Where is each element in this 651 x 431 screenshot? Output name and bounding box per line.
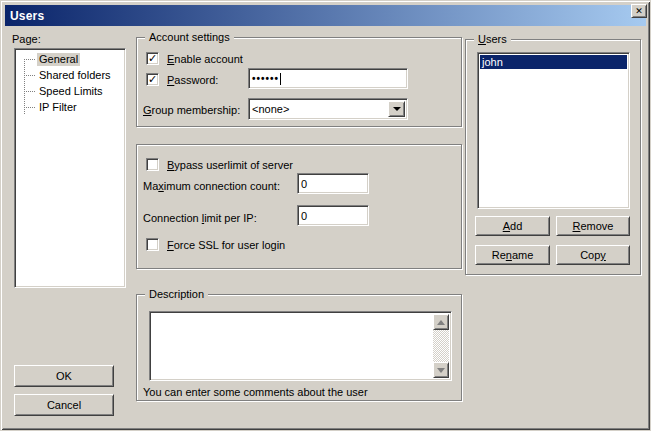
bypass-userlimit-label: Bypass userlimit of server [167, 159, 293, 171]
dropdown-button[interactable] [388, 101, 405, 117]
cancel-button-label: Cancel [47, 399, 81, 411]
chevron-down-icon [393, 107, 401, 111]
tree-item-label: General [37, 53, 80, 66]
description-group: Description You can enter some comments … [136, 294, 462, 401]
rename-button-label: Rename [492, 249, 534, 261]
max-connection-count-input[interactable]: 0 [297, 173, 369, 194]
copy-user-button[interactable]: Copy [556, 245, 630, 265]
ok-button-label: OK [56, 370, 72, 382]
password-input[interactable]: •••••• [248, 68, 408, 89]
max-connection-count-value: 0 [301, 178, 307, 190]
description-title: Description [145, 288, 208, 301]
page-tree: General Shared folders Speed Limits IP F… [14, 48, 126, 288]
close-icon: ✕ [635, 7, 643, 16]
force-ssl-checkbox[interactable] [146, 238, 159, 251]
add-button-label: Add [503, 220, 523, 232]
tree-item-ip-filter[interactable]: IP Filter [17, 99, 123, 115]
users-list: john [477, 52, 630, 209]
account-settings-title: Account settings [145, 31, 234, 44]
users-group: Users john Add Remove Rename Copy [465, 39, 641, 275]
max-connection-count-label: Maximum connection count: [143, 180, 280, 192]
password-checkbox[interactable]: ✓ [146, 73, 159, 86]
text-caret [280, 73, 281, 85]
tree-item-label: Shared folders [37, 69, 113, 82]
password-label: Password: [167, 74, 218, 86]
tree-item-shared-folders[interactable]: Shared folders [17, 67, 123, 83]
close-button[interactable]: ✕ [631, 4, 647, 18]
scroll-up-button[interactable] [433, 314, 449, 330]
account-settings-group: Account settings ✓ Enable account ✓ Pass… [136, 37, 462, 127]
group-membership-label: Group membership: [143, 104, 240, 116]
description-textarea[interactable] [149, 311, 452, 381]
tree-branch-icon [24, 59, 35, 60]
remove-button-label: Remove [573, 220, 614, 232]
arrow-down-icon [437, 368, 445, 373]
tree-item-label: IP Filter [37, 101, 79, 114]
user-name: john [482, 56, 503, 68]
password-value: •••••• [252, 73, 279, 84]
connection-settings-group: Bypass userlimit of server Maximum conne… [136, 144, 462, 269]
description-scrollbar[interactable] [433, 314, 449, 378]
bypass-userlimit-checkbox[interactable] [146, 158, 159, 171]
copy-button-label: Copy [580, 249, 606, 261]
window-title: Users [10, 9, 44, 23]
tree-branch-icon [24, 107, 35, 108]
checkmark-icon: ✓ [148, 53, 157, 64]
connection-limit-per-ip-input[interactable]: 0 [297, 205, 369, 226]
ok-button[interactable]: OK [14, 365, 114, 387]
arrow-up-icon [437, 320, 445, 325]
page-label: Page: [12, 33, 41, 45]
group-membership-value: <none> [252, 103, 289, 115]
enable-account-label: Enable account [167, 53, 243, 65]
connection-limit-per-ip-label: Connection limit per IP: [143, 212, 257, 224]
description-hint: You can enter some comments about the us… [143, 386, 368, 398]
tree-item-general[interactable]: General [17, 51, 123, 67]
rename-user-button[interactable]: Rename [475, 245, 550, 265]
user-list-item[interactable]: john [480, 55, 627, 69]
tree-branch-icon [24, 75, 35, 76]
force-ssl-label: Force SSL for user login [167, 239, 285, 251]
tree-branch-icon [24, 91, 35, 92]
tree-item-label: Speed Limits [37, 85, 105, 98]
checkmark-icon: ✓ [148, 74, 157, 85]
enable-account-checkbox[interactable]: ✓ [146, 52, 159, 65]
users-group-title: Users [474, 33, 511, 46]
group-membership-dropdown[interactable]: <none> [248, 98, 408, 120]
cancel-button[interactable]: Cancel [14, 394, 114, 416]
users-dialog: Users ✕ Page: General Shared folders Spe… [0, 0, 651, 431]
scroll-down-button[interactable] [433, 362, 449, 378]
remove-user-button[interactable]: Remove [556, 216, 630, 236]
add-user-button[interactable]: Add [475, 216, 550, 236]
connection-limit-per-ip-value: 0 [301, 210, 307, 222]
tree-item-speed-limits[interactable]: Speed Limits [17, 83, 123, 99]
title-bar[interactable]: Users [5, 5, 646, 26]
